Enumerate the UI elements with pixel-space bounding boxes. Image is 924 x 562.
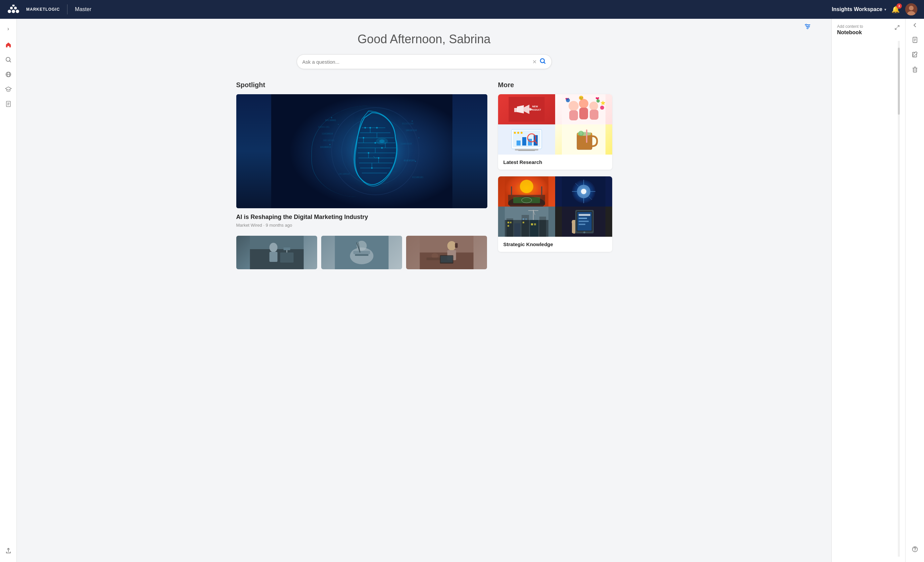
- svg-text:10110001: 10110001: [325, 119, 336, 122]
- logo-divider: [67, 4, 68, 14]
- svg-rect-112: [590, 110, 598, 120]
- social-img: ❤ 😊 ❤ ⭐: [555, 94, 612, 124]
- spotlight-title: Spotlight: [236, 81, 488, 89]
- scrollbar-track: [898, 41, 900, 557]
- svg-rect-87: [353, 251, 370, 254]
- svg-point-44: [376, 127, 378, 129]
- svg-rect-124: [522, 137, 526, 145]
- cocktail-img: [555, 124, 612, 155]
- svg-rect-162: [507, 222, 509, 223]
- thumbnail-card-2[interactable]: [321, 236, 402, 269]
- svg-text:01010101: 01010101: [404, 159, 415, 162]
- sidebar-item-reports[interactable]: [2, 98, 15, 111]
- home-icon: [5, 42, 12, 50]
- collection-cell-2: ❤ 😊 ❤ ⭐: [555, 94, 612, 124]
- svg-point-80: [269, 243, 277, 252]
- notebook-header: Add content to Notebook: [837, 24, 900, 36]
- svg-rect-172: [534, 223, 536, 225]
- sidebar-item-learn[interactable]: [2, 83, 15, 97]
- svg-rect-185: [579, 224, 585, 225]
- svg-rect-84: [283, 248, 290, 250]
- sidebar-item-discover[interactable]: [2, 69, 15, 82]
- sidebar-expand-button[interactable]: ›: [2, 23, 14, 35]
- collection-cell-5: [498, 176, 555, 206]
- workspace-button[interactable]: Insights Workspace ▾: [832, 6, 886, 12]
- logo[interactable]: MARKETLOGIC Master: [7, 4, 91, 14]
- svg-rect-170: [530, 220, 538, 237]
- svg-text:10010110: 10010110: [405, 129, 417, 132]
- sidebar-item-home[interactable]: [2, 39, 15, 52]
- city-img: [498, 206, 555, 237]
- ai-circuit-illustration: 10110001 01001101 11010010 00110101 1010…: [236, 94, 488, 208]
- chevron-right-icon: ›: [8, 26, 9, 32]
- sidebar-item-search[interactable]: [2, 54, 15, 67]
- filter-button[interactable]: [804, 23, 811, 32]
- svg-rect-174: [505, 206, 548, 220]
- user-avatar[interactable]: [905, 3, 917, 15]
- svg-rect-96: [455, 243, 458, 248]
- svg-point-198: [915, 550, 915, 551]
- search-button[interactable]: [539, 58, 546, 66]
- thumb2-img: [321, 236, 402, 269]
- svg-rect-163: [510, 222, 512, 223]
- svg-rect-184: [579, 221, 589, 222]
- notebook-panel: Add content to Notebook: [831, 19, 905, 562]
- collection-name-2: Strategic Knowledge: [498, 237, 612, 252]
- collection-grid: NEW PRODUCT: [498, 94, 612, 155]
- content-area: Good Afternoon, Sabrina ✕ Spotlight: [17, 19, 831, 562]
- collection-card-strategic-knowledge[interactable]: Strategic Knowledge: [498, 176, 612, 252]
- help-panel-icon[interactable]: [909, 543, 921, 555]
- search-clear-button[interactable]: ✕: [532, 59, 537, 65]
- svg-point-1: [12, 10, 15, 13]
- collection-cell-8: [555, 206, 612, 237]
- app-name: Master: [75, 6, 91, 12]
- chevron-down-icon: ▾: [884, 8, 886, 11]
- scrollbar-thumb[interactable]: [898, 48, 900, 115]
- top-navigation: MARKETLOGIC Master Insights Workspace ▾ …: [0, 0, 924, 19]
- svg-point-109: [590, 102, 598, 110]
- article-title: AI is Reshaping the Digital Marketing In…: [236, 214, 488, 221]
- trash-panel-icon[interactable]: [909, 63, 921, 75]
- notification-button[interactable]: 🔔 3: [891, 5, 900, 13]
- thumbnail-card-3[interactable]: [406, 236, 487, 269]
- svg-text:00110101: 00110101: [323, 139, 334, 142]
- svg-rect-192: [913, 68, 916, 72]
- two-column-layout: Spotlight: [236, 81, 612, 269]
- notebook-title-group: Add content to Notebook: [837, 24, 863, 36]
- svg-text:11010010: 11010010: [321, 133, 333, 135]
- spotlight-image[interactable]: 10110001 01001101 11010010 00110101 1010…: [236, 94, 488, 208]
- collection-card-latest-research[interactable]: NEW PRODUCT: [498, 94, 612, 170]
- tablet-img: [555, 206, 612, 237]
- svg-point-46: [375, 142, 376, 143]
- svg-point-4: [14, 7, 17, 9]
- svg-point-152: [581, 189, 586, 194]
- blue-burst-img: [555, 176, 612, 206]
- svg-point-130: [517, 132, 519, 134]
- svg-point-49: [378, 157, 379, 158]
- svg-point-129: [514, 132, 516, 134]
- avatar-image: [905, 3, 917, 15]
- article-meta: Market Wired · 9 months ago: [236, 223, 488, 228]
- thumb3-img: [406, 236, 487, 269]
- collection-cell-1: NEW PRODUCT: [498, 94, 555, 124]
- svg-rect-165: [514, 223, 520, 237]
- graduation-icon: [5, 86, 12, 94]
- svg-point-186: [584, 232, 585, 233]
- main-content: Good Afternoon, Sabrina ✕ Spotlight: [223, 19, 626, 282]
- document-panel-icon[interactable]: [909, 34, 921, 46]
- svg-rect-147: [513, 197, 540, 203]
- svg-point-59: [376, 138, 388, 145]
- svg-rect-27: [271, 94, 452, 208]
- panel-collapse-button[interactable]: [913, 23, 917, 28]
- sidebar-item-upload[interactable]: [2, 544, 15, 558]
- stadium-img: [498, 176, 555, 206]
- svg-text:01001101: 01001101: [318, 126, 330, 129]
- svg-text:01100101: 01100101: [412, 176, 424, 179]
- notebook-expand-button[interactable]: [894, 25, 900, 31]
- search-container: ✕: [297, 54, 552, 69]
- main-layout: ›: [0, 19, 924, 562]
- edit-panel-icon[interactable]: [909, 49, 921, 61]
- thumbnail-card-1[interactable]: [236, 236, 317, 269]
- search-input[interactable]: [302, 59, 532, 65]
- svg-point-31: [345, 108, 405, 195]
